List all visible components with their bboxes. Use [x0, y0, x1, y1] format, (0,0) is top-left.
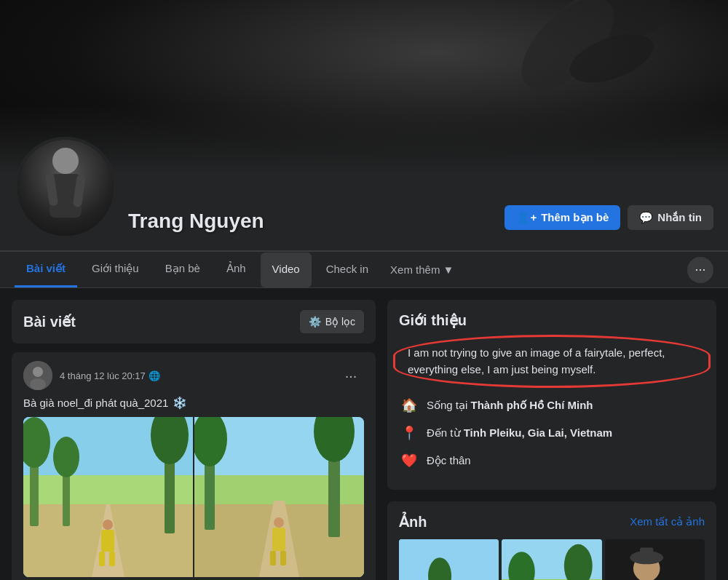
tab-bai-viet[interactable]: Bài viết: [15, 252, 77, 287]
quote-text: I am not trying to give an image of a fa…: [408, 346, 665, 376]
profile-name: Trang Nguyen: [128, 210, 493, 233]
home-icon: 🏠: [399, 395, 419, 416]
intro-item-status: ❤️ Độc thân: [399, 450, 705, 471]
intro-city-label: Sống tại Thành phố Hồ Chí Minh: [427, 399, 593, 412]
photos-title: Ảnh: [399, 513, 427, 531]
svg-point-4: [52, 148, 79, 174]
post-time-row: 4 tháng 12 lúc 20:17 🌐: [60, 370, 160, 381]
post-card: 4 tháng 12 lúc 20:17 🌐 ··· Bà già noel_đ…: [12, 352, 376, 580]
svg-point-19: [53, 437, 79, 477]
avatar: [15, 137, 116, 239]
filter-button[interactable]: ⚙️ Bộ lọc: [300, 310, 364, 333]
add-friend-button[interactable]: 👤+ Thêm bạn bè: [505, 205, 620, 230]
chevron-down-icon: ▼: [443, 263, 454, 276]
tab-gioi-thieu[interactable]: Giới thiệu: [80, 252, 151, 287]
post-image-2: [194, 417, 364, 577]
post-image-2-svg: [194, 417, 364, 577]
photo-thumb-1[interactable]: [399, 539, 499, 580]
post-text: Bà già noel_đi phát quà_2021 ❄️: [23, 396, 364, 410]
intro-city-link[interactable]: Thành phố Hồ Chí Minh: [471, 399, 593, 411]
right-column: Giới thiệu I am not trying to give an im…: [387, 300, 716, 580]
svg-point-10: [30, 378, 46, 390]
post-meta: 4 tháng 12 lúc 20:17 🌐: [23, 361, 160, 390]
intro-title: Giới thiệu: [399, 311, 705, 329]
nav-tabs-bar: Bài viết Giới thiệu Bạn bè Ảnh Video Che…: [0, 251, 728, 288]
svg-point-31: [274, 517, 284, 528]
photos-card: Ảnh Xem tất cả ảnh: [387, 501, 716, 580]
intro-origin-link[interactable]: Tinh Pleiku, Gia Lai, Vietnam: [464, 426, 613, 439]
post-time: 4 tháng 12 lúc 20:17 🌐: [60, 370, 160, 381]
intro-quote: I am not trying to give an image of a fa…: [399, 338, 705, 385]
post-header: 4 tháng 12 lúc 20:17 🌐 ···: [23, 361, 364, 390]
more-options-button[interactable]: ···: [687, 257, 713, 283]
photo-thumb-2[interactable]: [502, 539, 601, 580]
heart-icon: ❤️: [399, 450, 419, 471]
filter-icon: ⚙️: [309, 316, 321, 327]
svg-point-20: [103, 520, 113, 530]
tab-anh[interactable]: Ảnh: [215, 252, 258, 287]
photos-header: Ảnh Xem tất cả ảnh: [399, 513, 705, 531]
post-image-1-svg: [23, 417, 193, 577]
profile-bar: Trang Nguyen 👤+ Thêm bạn bè 💬 Nhắn tin: [0, 175, 728, 251]
svg-rect-23: [109, 552, 115, 566]
tab-xem-them[interactable]: Xem thêm ▼: [383, 253, 461, 286]
avatar-wrapper: [15, 137, 116, 239]
svg-rect-57: [640, 547, 653, 563]
posts-title: Bài viết: [23, 313, 76, 330]
filter-label: Bộ lọc: [325, 316, 355, 327]
post-timestamp: 4 tháng 12 lúc 20:17: [60, 370, 146, 381]
post-avatar: [23, 361, 52, 390]
svg-rect-34: [280, 551, 286, 565]
message-button[interactable]: 💬 Nhắn tin: [628, 205, 713, 230]
intro-item-origin: 📍 Đến từ Tinh Pleiku, Gia Lai, Vietnam: [399, 423, 705, 443]
post-text-content: Bà già noel_đi phát quà_2021: [23, 397, 168, 409]
add-friend-icon: 👤+: [516, 211, 537, 224]
avatar-silhouette: [29, 140, 102, 235]
dots-icon: ···: [695, 262, 705, 277]
intro-status-text: Độc thân: [427, 454, 471, 467]
intro-origin-label: Đến từ Tinh Pleiku, Gia Lai, Vietnam: [427, 426, 612, 440]
svg-rect-21: [101, 530, 114, 552]
profile-name-area: Trang Nguyen: [128, 210, 493, 239]
message-label: Nhắn tin: [657, 211, 702, 224]
post-image-1: [23, 417, 193, 577]
snowflake-icon: ❄️: [173, 396, 187, 410]
profile-actions: 👤+ Thêm bạn bè 💬 Nhắn tin: [505, 205, 713, 239]
intro-card: Giới thiệu I am not trying to give an im…: [387, 300, 716, 490]
photos-grid: [399, 539, 705, 580]
tab-check-in[interactable]: Check in: [314, 253, 380, 287]
xem-them-label: Xem thêm: [390, 263, 440, 276]
svg-point-9: [33, 367, 43, 377]
see-all-photos-link[interactable]: Xem tất cả ảnh: [630, 515, 705, 528]
svg-rect-33: [270, 551, 276, 565]
location-icon: 📍: [399, 423, 419, 443]
left-column: Bài viết ⚙️ Bộ lọc: [12, 300, 376, 580]
svg-rect-22: [99, 552, 105, 566]
svg-rect-32: [272, 528, 285, 551]
photo-thumb-3[interactable]: [605, 539, 705, 580]
post-options-button[interactable]: ···: [338, 362, 364, 389]
main-content: Bài viết ⚙️ Bộ lọc: [0, 288, 728, 580]
post-images: [23, 417, 364, 577]
add-friend-label: Thêm bạn bè: [541, 211, 609, 224]
messenger-icon: 💬: [639, 211, 653, 224]
posts-header: Bài viết ⚙️ Bộ lọc: [12, 300, 376, 343]
post-privacy-icon: 🌐: [149, 370, 160, 381]
quote-oval-annotation: [393, 335, 711, 388]
intro-item-city: 🏠 Sống tại Thành phố Hồ Chí Minh: [399, 395, 705, 416]
tab-video[interactable]: Video: [261, 253, 312, 287]
tab-ban-be[interactable]: Bạn bè: [154, 252, 212, 287]
